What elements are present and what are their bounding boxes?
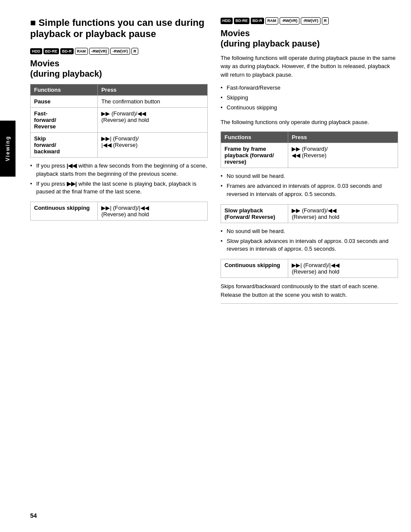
note-slow-intervals: Slow playback advances in intervals of a… <box>221 237 398 253</box>
badge-rwvf: -RW(VF) <box>110 48 130 55</box>
badge-rwvr: -RW(VR) <box>89 48 109 55</box>
table-row: Continuous skipping ▶▶| (Forward)/|◀◀(Re… <box>221 259 398 278</box>
right-disc-badges: HDD BD-RE BD-R RAM -RW(VR) -RW(VF) R <box>221 17 398 25</box>
left-column: Simple functions you can use during play… <box>30 17 208 309</box>
badge-hdd-r: HDD <box>221 18 233 24</box>
side-tab: Viewing <box>0 121 16 177</box>
slow-playback-table: Slow playback (Forward/ Reverse) ▶▶ (For… <box>221 204 398 223</box>
press-skip: ▶▶| (Forward)/|◀◀ (Reverse) <box>98 133 208 158</box>
intro-text: The following functions will operate dur… <box>221 54 398 79</box>
badge-ram-r: RAM <box>265 17 279 25</box>
right-column: HDD BD-RE BD-R RAM -RW(VR) -RW(VF) R Mov… <box>221 17 398 309</box>
bullet-ff: Fast-forward/Reverse <box>221 84 398 92</box>
continuous-skip-table: Continuous skipping ▶▶| (Forward)/|◀◀(Re… <box>30 202 208 221</box>
col-press-r: Press <box>288 132 398 143</box>
playback-notes: If you press |◀◀ within a few seconds fr… <box>30 162 208 196</box>
badge-rwvf-r: -RW(VF) <box>301 17 320 25</box>
movies-pause-heading: Movies(during playback pause) <box>221 28 398 49</box>
table-row: Skipforward/backward ▶▶| (Forward)/|◀◀ (… <box>31 133 208 158</box>
note-no-sound: No sound will be heard. <box>221 172 398 180</box>
table-row: Pause The confirmation button <box>31 96 208 108</box>
col-functions-r: Functions <box>221 132 288 143</box>
func-pause: Pause <box>31 96 98 108</box>
note-no-sound-slow: No sound will be heard. <box>221 227 398 235</box>
func-cont-skip: Continuous skipping <box>31 202 98 221</box>
func-slow: Slow playback (Forward/ Reverse) <box>221 204 288 223</box>
note-frames-advanced: Frames are advanced in intervals of appr… <box>221 182 398 198</box>
pause-bullet-list: Fast-forward/Reverse Skipping Continuous… <box>221 84 398 112</box>
bullet-skip: Skipping <box>221 94 398 102</box>
press-cont-skip-r: ▶▶| (Forward)/|◀◀(Reverse) and hold <box>288 259 398 278</box>
slow-notes: No sound will be heard. Slow playback ad… <box>221 227 398 253</box>
frame-by-frame-table: Functions Press Frame by frame playback … <box>221 131 398 168</box>
table-row: Continuous skipping ▶▶| (Forward)/|◀◀(Re… <box>31 202 208 221</box>
press-pause: The confirmation button <box>98 96 208 108</box>
func-frame: Frame by frame playback (forward/ revers… <box>221 143 288 168</box>
press-slow: ▶▶ (Forward)/◀◀(Reverse) and hold <box>288 204 398 223</box>
press-ff: ▶▶ (Forward)/◀◀(Reverse) and hold <box>98 108 208 133</box>
note-item: If you press |◀◀ within a few seconds fr… <box>30 162 208 177</box>
table-row: Frame by frame playback (forward/ revers… <box>221 143 398 168</box>
table-row: Slow playback (Forward/ Reverse) ▶▶ (For… <box>221 204 398 223</box>
movies-playback-heading: Movies(during playback) <box>30 58 208 79</box>
func-cont-skip-r: Continuous skipping <box>221 259 288 278</box>
badge-ram: RAM <box>75 48 88 55</box>
badge-r-r: R <box>322 17 329 25</box>
playback-table: Functions Press Pause The confirmation b… <box>30 84 208 158</box>
page-number: 54 <box>30 512 37 519</box>
func-skip: Skipforward/backward <box>31 133 98 158</box>
col-press: Press <box>98 84 208 96</box>
cont-skip-right-table: Continuous skipping ▶▶| (Forward)/|◀◀(Re… <box>221 259 398 278</box>
side-tab-label: Viewing <box>5 136 11 161</box>
bullet-cont-skip: Continuous skipping <box>221 104 398 112</box>
badge-r: R <box>131 48 139 55</box>
left-disc-badges: HDD BD-RE BD-R RAM -RW(VR) -RW(VF) R <box>30 48 208 55</box>
note-item: If you press ▶▶| while the last scene is… <box>30 180 208 196</box>
func-ff: Fast-forward/Reverse <box>31 108 98 133</box>
press-frame: ▶▶ (Forward)/◀◀ (Reverse) <box>288 143 398 168</box>
badge-bdre: BD-RE <box>44 48 59 55</box>
final-note: Skips forward/backward continuously to t… <box>221 282 398 304</box>
badge-rwvr-r: -RW(VR) <box>280 17 299 25</box>
press-cont-skip: ▶▶| (Forward)/|◀◀(Reverse) and hold <box>98 202 208 221</box>
badge-bdr-r: BD-R <box>251 18 264 24</box>
frame-notes: No sound will be heard. Frames are advan… <box>221 172 398 198</box>
badge-bdr: BD-R <box>60 48 74 55</box>
badge-bdre-r: BD-RE <box>234 18 250 24</box>
only-pause-text: The following functions only operate dur… <box>221 118 398 127</box>
main-heading: Simple functions you can use during play… <box>30 17 208 40</box>
table-row: Fast-forward/Reverse ▶▶ (Forward)/◀◀(Rev… <box>31 108 208 133</box>
col-functions: Functions <box>31 84 98 96</box>
badge-hdd: HDD <box>30 48 42 55</box>
